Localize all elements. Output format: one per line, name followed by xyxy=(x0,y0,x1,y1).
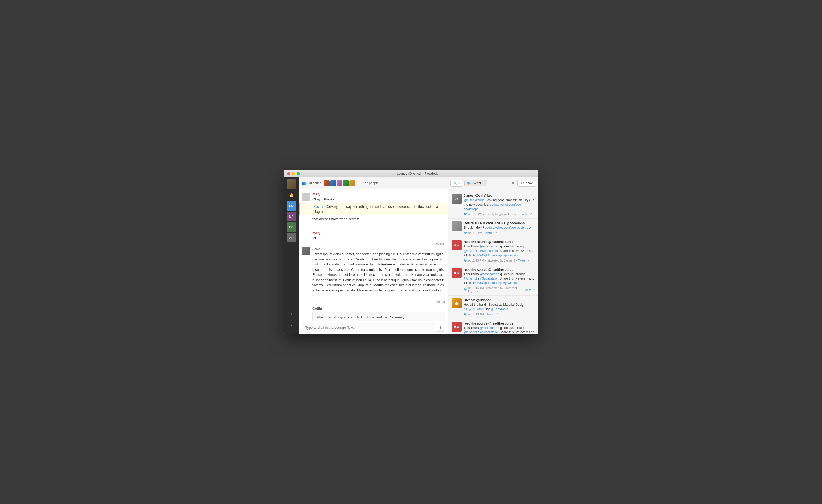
list-item: ◆ Divshot @divshot Hot off the build - B… xyxy=(448,296,538,319)
sidebar-label-co: CO xyxy=(289,225,294,229)
avatar xyxy=(302,193,310,201)
message-body: ;) xyxy=(313,224,445,229)
message-sender: Mary xyxy=(313,192,445,196)
inbox-button[interactable]: ✉ Inbox xyxy=(517,180,536,186)
member-avatar-1 xyxy=(324,180,330,186)
members-count: 5/8 online xyxy=(308,181,321,185)
tweet-body: Divshot @divshot Hot off the build - Boo… xyxy=(464,298,535,316)
add-people-button[interactable]: + Add people xyxy=(358,180,381,186)
tweet-avatar: rts/ xyxy=(451,268,462,278)
settings-button[interactable]: ▪ xyxy=(287,321,296,330)
message-body: that doesn't have trade secrets xyxy=(313,216,445,222)
table-row: Mary lol xyxy=(299,230,448,242)
tweet-text: This Thurs @scottcorgan guides us throug… xyxy=(464,244,535,258)
tweet-username: read the source @readthesource xyxy=(464,240,535,244)
add-flow-button[interactable]: + xyxy=(287,309,296,319)
close-panel-button[interactable]: ✕ xyxy=(510,179,516,186)
upload-icon: ⬆ xyxy=(439,326,442,330)
tweet-body: read the source @readthesource This Thur… xyxy=(464,240,535,262)
more-options-icon[interactable]: ⋯ xyxy=(441,247,445,252)
list-item: rts/ read the source @readthesource This… xyxy=(448,237,538,265)
search-label: ▾ xyxy=(458,181,460,185)
tweet-text: This Thurs @scottcorgan guides us throug… xyxy=(464,272,535,285)
tweet-avatar xyxy=(451,221,462,231)
tweet-time: at 1:16 PM • xyxy=(468,231,484,234)
tweet-time: at 11:40 AM • xyxy=(468,313,486,316)
message-sender: Jake xyxy=(313,247,445,251)
twitter-source-link[interactable]: Twitter xyxy=(518,259,526,262)
minimize-button[interactable] xyxy=(292,172,295,175)
tweet-body: read the source @readthesource This Thur… xyxy=(464,322,535,334)
app-body: 🔔 LO MA CO AR + ▪ xyxy=(284,177,538,334)
search-button[interactable]: 🔍 ▾ xyxy=(450,180,463,186)
external-link-icon: ↗ xyxy=(496,313,498,316)
message-text: Okay... thanks. xyxy=(313,197,445,202)
chat-input[interactable] xyxy=(302,323,434,332)
twitter-source-link[interactable]: Twitter xyxy=(520,212,528,216)
message-body: Mary lol xyxy=(313,231,445,241)
external-link-icon: ↗ xyxy=(530,212,532,216)
sidebar-item-co[interactable]: CO xyxy=(287,222,296,232)
tweet-text: @hisankitsune Looking good, that minimal… xyxy=(464,198,535,211)
twitter-tag-label: Twitter xyxy=(472,181,481,185)
twitter-source-link[interactable]: Twitter xyxy=(523,288,532,291)
twitter-bird-icon: 🐦 xyxy=(464,212,467,216)
maximize-button[interactable] xyxy=(297,172,300,175)
send-button[interactable]: ⬆ xyxy=(436,324,445,332)
tweet-avatar: JK xyxy=(451,194,462,204)
message-text: that doesn't have trade secrets xyxy=(313,216,445,222)
member-avatar-4 xyxy=(343,180,349,186)
message-text: Lorem ipsum dolor sit amet, consectetur … xyxy=(313,251,445,298)
poetry-block: When, in disgrace with fortune and men's… xyxy=(313,312,445,321)
twitter-bird-icon: 🐦 xyxy=(464,313,467,316)
list-item: rts/ read the source @readthesource This… xyxy=(448,265,538,296)
app-window: Lounge (Divshot) – Flowdock 🔔 LO MA CO A… xyxy=(284,170,538,334)
twitter-panel: 🔍 ▾ 🐦 Twitter ✕ ✕ ✉ Inbox xyxy=(448,177,538,334)
tweet-link[interactable]: bit.ly/10eOqFG xyxy=(469,254,490,257)
sidebar-item-lo[interactable]: LO xyxy=(287,201,296,211)
external-link-icon: ↗ xyxy=(494,231,497,234)
twitter-bird-icon: 🐦 xyxy=(464,259,467,262)
message-body: Mary Okay... thanks. xyxy=(313,192,445,202)
twitter-source-link[interactable]: Twitter xyxy=(486,313,495,316)
member-avatar-5 xyxy=(349,180,355,186)
table-row: Kevin @everyone say something fun so I c… xyxy=(299,203,448,215)
chat-header: 👥 5/8 online + Add people xyxy=(299,177,448,189)
chat-area: 👥 5/8 online + Add people xyxy=(299,177,448,334)
tweet-avatar: rts/ xyxy=(451,240,462,250)
search-icon: 🔍 xyxy=(453,181,457,185)
tweet-avatar: rts/ xyxy=(451,322,462,332)
close-button[interactable] xyxy=(287,172,290,175)
tweet-text: Hot off the build - Bootstrap Material D… xyxy=(464,303,535,312)
sidebar-label-lo: LO xyxy=(289,204,293,207)
chat-input-area: ⬆ xyxy=(299,321,448,334)
message-body: Kevin @everyone say something fun so I c… xyxy=(313,204,445,214)
window-controls xyxy=(287,172,300,175)
message-body: Jake Lorem ipsum dolor sit amet, consect… xyxy=(313,247,445,298)
message-sender: Kevin xyxy=(313,204,323,208)
tweet-body: BANNED FRM WWE EVENT @coconono Should I … xyxy=(464,221,535,234)
sidebar-item-ma[interactable]: MA xyxy=(287,212,296,221)
list-item: BANNED FRM WWE EVENT @coconono Should I … xyxy=(448,219,538,237)
tweet-time: at 1:35 PM • in reply to @hisankitsune • xyxy=(468,212,519,216)
tweet-username: read the source @readthesource xyxy=(464,322,535,325)
sidebar-icon-bell[interactable]: 🔔 xyxy=(287,190,296,200)
inbox-icon: ✉ xyxy=(521,181,523,185)
user-avatar[interactable] xyxy=(287,179,296,189)
tweet-link[interactable]: bit.ly/10eOqFG xyxy=(469,281,490,285)
message-time: 1:50 PM xyxy=(299,243,445,246)
members-info: 👥 5/8 online xyxy=(302,181,321,185)
sidebar-label-ma: MA xyxy=(289,215,294,218)
message-body: Collin When, in disgrace with fortune an… xyxy=(313,307,445,321)
tweet-link[interactable]: code.divshot.com/geo-bootstrap/ xyxy=(485,226,531,229)
table-row: 1:50 PM Jake Lorem ipsum dolor sit amet,… xyxy=(299,242,448,299)
member-avatar-3 xyxy=(337,180,342,186)
twitter-source-link[interactable]: Twitter xyxy=(485,231,493,234)
twitter-filter-tag: 🐦 Twitter ✕ xyxy=(464,180,487,186)
message-sender: Collin xyxy=(313,307,445,311)
members-icon: 👥 xyxy=(302,181,306,185)
twitter-feed: JK James Kõval @jakl @hisankitsune Looki… xyxy=(448,189,538,334)
tweet-link[interactable]: bit.ly/1mCBMtZ xyxy=(464,307,485,311)
sidebar-item-ar[interactable]: AR xyxy=(287,233,296,242)
remove-tag-button[interactable]: ✕ xyxy=(482,181,485,185)
